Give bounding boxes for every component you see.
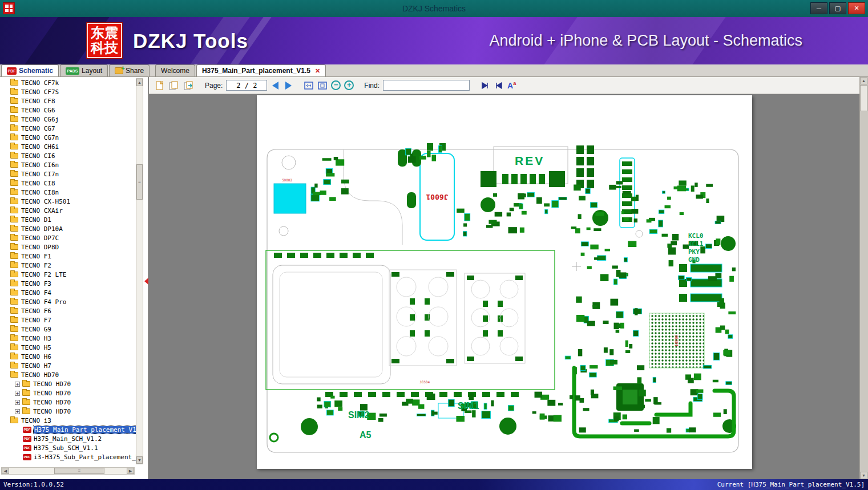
window-title: DZKJ Schematics: [0, 4, 868, 13]
tree-folder-TECNO F6[interactable]: TECNO F6: [0, 306, 136, 315]
viewer-toolbar: Page: 2 / 2 − + Find: Aa: [149, 77, 859, 94]
tree-folder-TECNO CI8[interactable]: TECNO CI8: [0, 179, 136, 188]
tree-item-label: TECNO CG7n: [21, 134, 59, 141]
maximize-button[interactable]: ▢: [829, 2, 846, 14]
tab-share[interactable]: Share: [109, 64, 150, 76]
pdf-file-icon: PDF: [23, 445, 31, 451]
copy-pages-icon[interactable]: [168, 80, 180, 91]
scroll-up-icon[interactable]: ▲: [136, 79, 143, 86]
tree-folder-TECNO H6[interactable]: TECNO H6: [0, 352, 136, 361]
font-size-icon[interactable]: Aa: [507, 80, 516, 90]
sidebar-vertical-scrollbar[interactable]: ▲ ≡ ▼: [136, 78, 143, 464]
tree-file-H375_Main_SCH_V1.2[interactable]: PDFH375_Main_SCH_V1.2: [0, 434, 136, 443]
tree-folder-TECNO H7[interactable]: TECNO H7: [0, 361, 136, 370]
expand-icon[interactable]: +: [15, 409, 20, 414]
page-number-input[interactable]: 2 / 2: [226, 80, 267, 91]
tree-folder-TECNO F4[interactable]: TECNO F4: [0, 288, 136, 297]
tree-folder-TECNO H3[interactable]: TECNO H3: [0, 334, 136, 343]
tree-folder-TECNO CG7n[interactable]: TECNO CG7n: [0, 133, 136, 142]
tree-file-i3-H375_Sub_Part_placement_V1.5[interactable]: PDFi3-H375_Sub_Part_placement_V1.5: [0, 452, 136, 461]
tree-folder-TECNO CX-H501[interactable]: TECNO CX-H501: [0, 197, 136, 206]
folder-icon: [10, 235, 18, 241]
tree-folder-TECNO F2[interactable]: TECNO F2: [0, 261, 136, 270]
tree-folder-TECNO HD70[interactable]: +TECNO HD70: [0, 388, 136, 398]
fit-page-icon[interactable]: [317, 80, 328, 91]
canvas-vertical-scrollbar[interactable]: ▲ ▼: [859, 77, 868, 479]
tree-folder-TECNO DP7C[interactable]: TECNO DP7C: [0, 233, 136, 242]
scroll-down-icon[interactable]: ▼: [860, 472, 867, 479]
pin-gnd: GND: [688, 256, 700, 264]
find-input[interactable]: [383, 80, 470, 91]
tree-folder-TECNO HD70[interactable]: +TECNO HD70: [0, 379, 136, 388]
zoom-out-icon[interactable]: −: [331, 80, 341, 90]
find-previous-icon[interactable]: [480, 81, 490, 90]
minimize-button[interactable]: ─: [810, 2, 827, 14]
scroll-right-icon[interactable]: ▶: [127, 468, 134, 474]
schematic-page[interactable]: REV J6001 S9002 J6504 U6301 KCL0 KCL1 PK…: [257, 95, 752, 469]
tree-folder-TECNO F3[interactable]: TECNO F3: [0, 279, 136, 288]
doc-tab-current[interactable]: H375_Main_Part_placement_V1.5 ✕: [196, 64, 326, 76]
scrollbar-thumb[interactable]: ≡: [136, 164, 143, 200]
tree-item-label: TECNO HD70: [33, 399, 71, 406]
scroll-left-icon[interactable]: ◀: [2, 468, 9, 474]
tree-folder-TECNO CF7k[interactable]: TECNO CF7k: [0, 78, 136, 87]
tree-folder-TECNO DP10A[interactable]: TECNO DP10A: [0, 224, 136, 233]
previous-page-icon[interactable]: [272, 82, 278, 90]
fit-width-icon[interactable]: [304, 80, 314, 91]
tree-folder-TECNO CI6[interactable]: TECNO CI6: [0, 151, 136, 160]
sidebar-horizontal-scrollbar[interactable]: ◀ ≡ ▶: [1, 467, 135, 475]
next-page-icon[interactable]: [285, 82, 292, 90]
tree-file-H375_Main_Part_placement_V1.5[interactable]: PDFH375_Main_Part_placement_V1.5: [0, 425, 136, 434]
tree-folder-TECNO CI7n[interactable]: TECNO CI7n: [0, 169, 136, 179]
tree-folder-TECNO HD70[interactable]: +TECNO HD70: [0, 407, 136, 416]
tree-folder-TECNO H5[interactable]: TECNO H5: [0, 343, 136, 352]
tab-schematic[interactable]: PDF Schematic: [1, 64, 59, 76]
export-pages-icon[interactable]: [183, 80, 195, 91]
tab-layout[interactable]: PADS Layout: [60, 64, 108, 76]
close-button[interactable]: ✕: [848, 2, 865, 14]
tree-file-H375_Sub_SCH_V1.1[interactable]: PDFH375_Sub_SCH_V1.1: [0, 443, 136, 452]
tree-folder-TECNO CXAir[interactable]: TECNO CXAir: [0, 206, 136, 215]
tree-folder-TECNO F1[interactable]: TECNO F1: [0, 252, 136, 261]
zoom-in-icon[interactable]: +: [344, 80, 354, 90]
scroll-up-icon[interactable]: ▲: [860, 77, 867, 84]
tree-folder-TECNO DP8D[interactable]: TECNO DP8D: [0, 242, 136, 252]
tree-folder-TECNO F7[interactable]: TECNO F7: [0, 315, 136, 325]
folder-icon: [10, 80, 18, 86]
find-next-icon[interactable]: [494, 81, 504, 90]
scroll-down-icon[interactable]: ▼: [136, 456, 143, 464]
logo-text-2: 科技: [91, 41, 118, 55]
scrollbar-thumb[interactable]: ≡: [54, 468, 104, 474]
tree-folder-TECNO CI8n[interactable]: TECNO CI8n: [0, 188, 136, 197]
document-canvas[interactable]: REV J6001 S9002 J6504 U6301 KCL0 KCL1 PK…: [149, 94, 859, 479]
version-text: Version:1.0.0.52: [3, 481, 64, 488]
doc-tab-welcome[interactable]: Welcome: [155, 64, 195, 76]
tree-folder-TECNO HD70[interactable]: TECNO HD70: [0, 370, 136, 379]
expand-icon[interactable]: +: [15, 391, 20, 396]
tree-folder-TECNO CF8[interactable]: TECNO CF8: [0, 96, 136, 106]
tree-folder-TECNO G9[interactable]: TECNO G9: [0, 325, 136, 334]
splitter-collapse-icon[interactable]: [144, 278, 148, 285]
tree-item-label: TECNO CF7S: [21, 88, 59, 96]
tree-folder-TECNO CG6j[interactable]: TECNO CG6j: [0, 115, 136, 124]
expand-icon[interactable]: +: [15, 400, 20, 405]
tree-folder-TECNO i3[interactable]: TECNO i3: [0, 416, 136, 425]
tree-folder-TECNO CG6[interactable]: TECNO CG6: [0, 106, 136, 115]
scrollbar-thumb[interactable]: [860, 85, 867, 111]
share-icon: [115, 67, 123, 74]
page-icon[interactable]: [155, 80, 165, 91]
tree-folder-TECNO CI6n[interactable]: TECNO CI6n: [0, 160, 136, 169]
brand-logo: 东震 科技: [86, 22, 123, 59]
tree-folder-TECNO D1[interactable]: TECNO D1: [0, 215, 136, 224]
tree-folder-TECNO F2 LTE[interactable]: TECNO F2 LTE: [0, 270, 136, 279]
app-title: DZKJ Tools: [133, 30, 248, 52]
tab-close-icon[interactable]: ✕: [315, 67, 320, 75]
tree-folder-TECNO CG7[interactable]: TECNO CG7: [0, 124, 136, 133]
tree-folder-TECNO CH6i[interactable]: TECNO CH6i: [0, 142, 136, 151]
expand-icon[interactable]: +: [15, 382, 20, 387]
tree-folder-TECNO HD70[interactable]: +TECNO HD70: [0, 398, 136, 407]
tree-folder-TECNO F4 Pro[interactable]: TECNO F4 Pro: [0, 297, 136, 306]
tree-folder-TECNO CF7S[interactable]: TECNO CF7S: [0, 87, 136, 96]
sim1-label: SIM1: [458, 401, 479, 411]
tab-schematic-label: Schematic: [19, 67, 53, 75]
